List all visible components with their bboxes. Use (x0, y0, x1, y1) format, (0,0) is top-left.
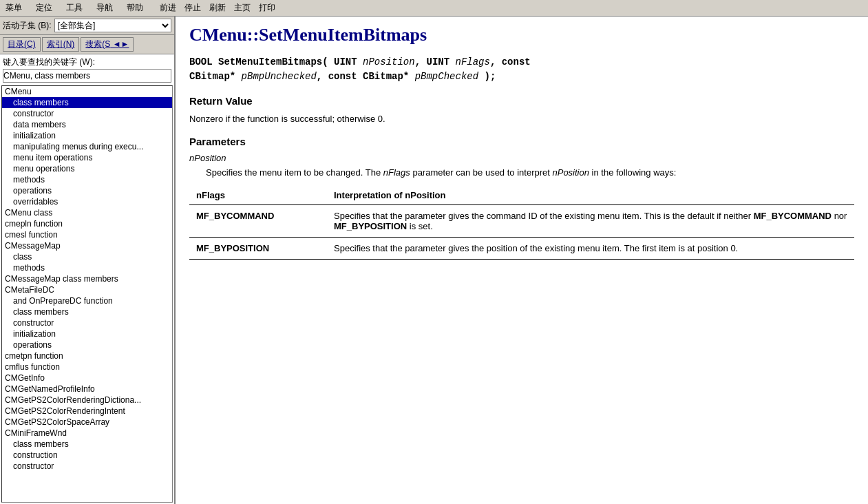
active-subset-select[interactable]: [全部集合] (54, 19, 171, 32)
sig-line1-bold1: BOOL SetMenuItemBitmaps( UINT (189, 56, 363, 67)
sig-line1-italic2: nFlags (455, 56, 489, 67)
table-cell-val-0: Specifies that the parameter gives the c… (327, 205, 854, 238)
active-subset-label: 活动子集 (B): (3, 20, 52, 32)
tree-item-2[interactable]: constructor (2, 108, 172, 119)
sig-line1-italic1: nPosition (363, 56, 415, 67)
nav-dayin[interactable]: 打印 (259, 2, 275, 14)
tree-item-1[interactable]: class members (2, 97, 172, 108)
tree-item-22[interactable]: initialization (2, 328, 172, 339)
doc-title: CMenu::SetMenuItemBitmaps (189, 25, 854, 45)
tree-item-28[interactable]: CMGetPS2ColorRenderingDictiona... (2, 395, 172, 406)
return-value-text: Nonzero if the function is successful; o… (189, 112, 854, 126)
sig-line2-end: ); (484, 71, 496, 82)
tree-item-6[interactable]: menu item operations (2, 152, 172, 163)
sig-line1-bold2: , UINT (415, 56, 456, 67)
tree-item-33[interactable]: construction (2, 450, 172, 461)
tree-item-32[interactable]: class members (2, 439, 172, 450)
param1-desc-plain2: parameter can be used to interpret (410, 167, 553, 178)
table-row-0: MF_BYCOMMANDSpecifies that the parameter… (189, 205, 854, 238)
tree-item-30[interactable]: CMGetPS2ColorSpaceArray (2, 417, 172, 428)
table-row-1: MF_BYPOSITIONSpecifies that the paramete… (189, 238, 854, 260)
signature-block: BOOL SetMenuItemBitmaps( UINT nPosition,… (189, 55, 854, 84)
table-cell-key-1: MF_BYPOSITION (189, 238, 327, 260)
tab-contents[interactable]: 目录(C) (3, 37, 41, 52)
parameters-heading: Parameters (189, 136, 854, 147)
keyword-label: 键入要查找的关键字 (W): (0, 54, 174, 69)
active-subset-bar: 活动子集 (B): [全部集合] (0, 17, 174, 35)
tree-item-24[interactable]: cmetpn function (2, 350, 172, 361)
tree-item-15[interactable]: class (2, 251, 172, 262)
tree-item-7[interactable]: menu operations (2, 163, 172, 174)
nav-tingzhi[interactable]: 停止 (184, 2, 201, 14)
menu-item-daohang[interactable]: 导航 (94, 1, 116, 14)
sig-line2-italic2: pBmpChecked (409, 71, 484, 82)
menu-item-dingwei[interactable]: 定位 (33, 1, 55, 14)
left-panel: 活动子集 (B): [全部集合] 目录(C) 索引(N) 搜索(S ◄► 键入要… (0, 17, 176, 504)
tree-item-20[interactable]: class members (2, 306, 172, 317)
param1-name: nPosition (189, 153, 854, 163)
tab-search[interactable]: 搜索(S ◄► (81, 37, 134, 52)
param1-desc-plain1: Specifies the menu item to be changed. T… (206, 167, 383, 178)
sig-line1-bold3: , const (490, 56, 531, 67)
param1-desc-plain3: in the following ways: (589, 167, 676, 178)
main-container: 活动子集 (B): [全部集合] 目录(C) 索引(N) 搜索(S ◄► 键入要… (0, 17, 868, 504)
tree-item-34[interactable]: constructor (2, 461, 172, 472)
nav-shuaxin[interactable]: 刷新 (209, 2, 226, 14)
tree-item-14[interactable]: CMessageMap (2, 240, 172, 251)
tree-container: CMenuclass membersconstructordata member… (1, 85, 173, 503)
tabs-bar: 目录(C) 索引(N) 搜索(S ◄► (0, 35, 174, 54)
tree-item-29[interactable]: CMGetPS2ColorRenderingIntent (2, 406, 172, 417)
tree-item-16[interactable]: methods (2, 262, 172, 273)
tree-item-13[interactable]: cmesl function (2, 229, 172, 240)
table-cell-val-1: Specifies that the parameter gives the p… (327, 238, 854, 260)
return-value-heading: Return Value (189, 95, 854, 107)
sig-line2-bold1: CBitmap* (189, 71, 235, 82)
sig-line2-italic1: pBmpUnchecked (235, 71, 317, 82)
tree-item-3[interactable]: data members (2, 119, 172, 130)
nav-zhuye[interactable]: 主页 (234, 2, 251, 14)
flags-table: nFlags Interpretation of nPosition MF_BY… (189, 186, 854, 260)
tree-item-23[interactable]: operations (2, 339, 172, 350)
tree-item-18[interactable]: CMetaFileDC (2, 284, 172, 295)
menu-item-gongju[interactable]: 工具 (63, 1, 85, 14)
tree-item-9[interactable]: operations (2, 185, 172, 196)
tree-item-0[interactable]: CMenu (2, 86, 172, 97)
tree-item-21[interactable]: constructor (2, 317, 172, 328)
tab-index[interactable]: 索引(N) (42, 37, 80, 52)
tree-item-31[interactable]: CMiniFrameWnd (2, 428, 172, 439)
tree-item-17[interactable]: CMessageMap class members (2, 273, 172, 284)
tree-item-26[interactable]: CMGetInfo (2, 372, 172, 384)
tree-item-8[interactable]: methods (2, 174, 172, 185)
col2-header: Interpretation of nPosition (327, 186, 854, 205)
table-cell-key-0: MF_BYCOMMAND (189, 205, 327, 238)
menu-bar: 菜单 定位 工具 导航 帮助 前进 停止 刷新 主页 打印 (0, 0, 868, 17)
param1-desc-italic1: nFlags (383, 167, 410, 178)
param1-desc-italic2: nPosition (552, 167, 589, 178)
tree-item-12[interactable]: cmepln function (2, 218, 172, 229)
tree-item-19[interactable]: and OnPrepareDC function (2, 295, 172, 306)
nav-qianjin[interactable]: 前进 (160, 2, 176, 14)
table-header-row: nFlags Interpretation of nPosition (189, 186, 854, 205)
tree-item-27[interactable]: CMGetNamedProfileInfo (2, 384, 172, 395)
keyword-input[interactable] (3, 69, 171, 83)
tree-item-5[interactable]: manipulating menus during execu... (2, 141, 172, 152)
tree-item-25[interactable]: cmflus function (2, 361, 172, 372)
col1-header: nFlags (189, 186, 327, 205)
tree-item-4[interactable]: initialization (2, 130, 172, 141)
tree-item-11[interactable]: CMenu class (2, 207, 172, 218)
menu-item-caidan[interactable]: 菜单 (3, 1, 25, 14)
menu-item-bangzhu[interactable]: 帮助 (124, 1, 146, 14)
tree-item-10[interactable]: overridables (2, 196, 172, 207)
sig-line2-bold2: , const CBitmap* (317, 71, 409, 82)
param1-desc: Specifies the menu item to be changed. T… (206, 166, 854, 180)
right-panel[interactable]: CMenu::SetMenuItemBitmaps BOOL SetMenuIt… (176, 17, 868, 504)
